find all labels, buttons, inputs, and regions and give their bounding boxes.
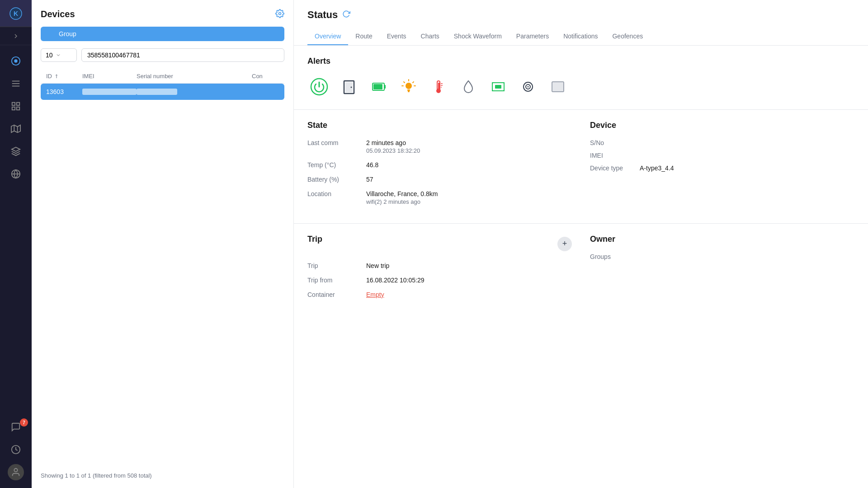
svg-rect-8 [17,103,19,105]
row-id: 13603 [46,88,82,95]
sidebar-item-grid[interactable] [0,95,32,117]
state-battery: Battery (%) 57 [307,176,572,183]
tabs-bar: Overview Route Events Charts Shock Wavef… [307,28,854,45]
row-imei-bar [82,89,137,95]
table-header: ID IMEI Serial number Con [41,69,284,84]
trip-name-row: Trip New trip [307,262,572,269]
sidebar-item-layers[interactable] [0,140,32,163]
sidebar-item-map[interactable] [0,117,32,140]
sidebar-item-list[interactable] [0,72,32,95]
status-title: Status [307,9,338,21]
sidebar: K 7 [0,0,32,488]
tab-shock-waveform[interactable]: Shock Waveform [447,28,509,45]
tab-charts[interactable]: Charts [414,28,447,45]
device-title: Device [590,121,854,130]
add-trip-button[interactable]: + [557,237,572,251]
right-panel: Status Overview Route Events Charts Shoc… [294,0,868,488]
alerts-icons-row [307,75,854,99]
svg-rect-10 [17,107,19,110]
group-button[interactable]: Group [41,27,284,41]
alert-drop-icon[interactable] [457,75,480,99]
tab-notifications[interactable]: Notifications [556,28,605,45]
tab-events[interactable]: Events [380,28,414,45]
filter-row: 10 [41,48,284,62]
user-avatar [8,464,24,480]
collapse-button[interactable] [0,27,32,45]
owner-title: Owner [590,235,854,244]
sidebar-item-globe[interactable] [0,163,32,185]
devices-header: Devices [41,9,284,19]
svg-point-36 [436,89,441,93]
svg-rect-9 [12,107,15,110]
row-serial-bar [137,89,252,95]
messages-badge: 7 [20,418,28,427]
device-column: Device S/No IMEI Device type A-type3_4.4 [590,121,854,212]
col-con[interactable]: Con [252,73,279,80]
col-serial[interactable]: Serial number [137,73,252,80]
devices-title: Devices [41,9,75,19]
devices-table: ID IMEI Serial number Con 13603 [41,69,284,465]
trip-owner-section: Trip + Trip New trip Trip from 16.08.202… [294,224,868,316]
svg-rect-29 [408,91,410,92]
svg-rect-7 [12,103,15,105]
svg-rect-37 [438,83,440,89]
device-type: Device type A-type3_4.4 [590,164,854,172]
status-title-row: Status [307,9,854,21]
alert-temperature-icon[interactable] [427,75,450,99]
svg-rect-25 [384,85,386,89]
sidebar-logo: K [0,0,32,27]
svg-point-3 [14,60,17,62]
svg-marker-13 [12,147,20,151]
logo-icon: K [9,7,22,20]
sidebar-item-user[interactable] [0,461,32,483]
alert-compress-icon[interactable] [486,75,510,99]
alert-door-icon[interactable] [337,75,361,99]
sidebar-bottom: 7 [0,416,32,488]
sidebar-item-clock[interactable] [0,438,32,461]
owner-groups: Groups [590,253,854,260]
state-last-comm: Last comm 2 minutes ago 05.09.2023 18:32… [307,139,572,154]
state-temp: Temp (°C) 46.8 [307,161,572,169]
svg-point-45 [528,86,529,88]
tab-parameters[interactable]: Parameters [509,28,556,45]
table-row[interactable]: 13603 [41,84,284,100]
alerts-section: Alerts [294,46,868,110]
device-sno: S/No [590,139,854,146]
tab-route[interactable]: Route [348,28,379,45]
col-imei[interactable]: IMEI [82,73,137,80]
container-empty-link[interactable]: Empty [366,291,572,298]
col-id[interactable]: ID [46,73,82,80]
tab-geofences[interactable]: Geofences [605,28,650,45]
svg-point-27 [406,83,412,89]
status-header: Status Overview Route Events Charts Shoc… [294,0,868,46]
state-device-section: State Last comm 2 minutes ago 05.09.2023… [294,110,868,224]
svg-line-31 [413,82,414,83]
trip-title: Trip [307,235,322,244]
svg-rect-42 [495,85,501,89]
alert-signal-icon[interactable] [546,75,570,99]
alert-vibration-icon[interactable] [516,75,540,99]
sidebar-nav [0,45,32,416]
search-input[interactable] [81,48,284,62]
state-column: State Last comm 2 minutes ago 05.09.2023… [307,121,572,212]
settings-icon[interactable] [275,9,284,19]
trip-container-row: Container Empty [307,291,572,298]
svg-rect-46 [552,82,564,92]
alert-light-icon[interactable] [397,75,420,99]
alert-battery-icon[interactable] [367,75,391,99]
svg-rect-26 [373,84,382,89]
svg-point-23 [351,87,352,88]
tab-overview[interactable]: Overview [307,28,348,45]
state-title: State [307,121,572,130]
svg-rect-28 [407,89,410,91]
owner-column: Owner Groups [590,235,854,305]
trip-header: Trip + [307,235,572,253]
svg-text:K: K [14,10,18,17]
per-page-select[interactable]: 10 [41,48,77,62]
svg-line-33 [404,82,405,83]
trip-from-row: Trip from 16.08.2022 10:05:29 [307,277,572,284]
refresh-icon[interactable] [342,10,350,20]
alert-power-icon[interactable] [307,75,331,99]
sidebar-item-messages[interactable]: 7 [0,416,32,438]
sidebar-item-dashboard[interactable] [0,50,32,72]
